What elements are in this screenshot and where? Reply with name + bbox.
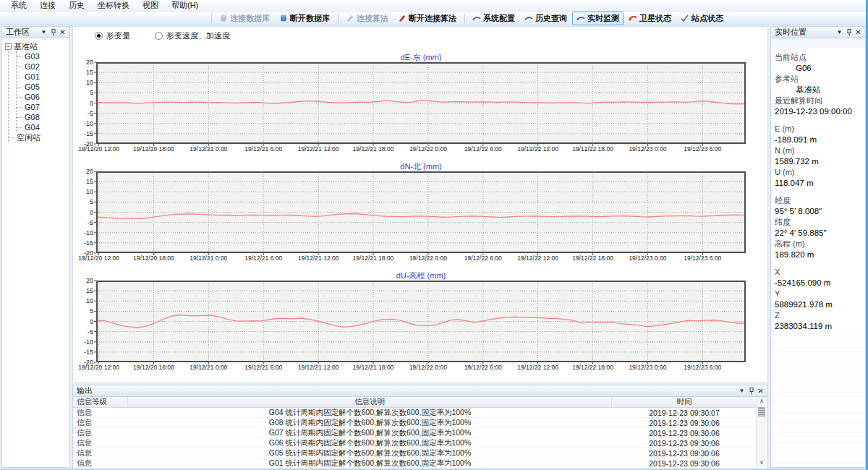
close-icon[interactable]: ✕ (756, 387, 765, 396)
position-field-value: G06 (771, 63, 865, 74)
menu-item-0[interactable]: 系统 (4, 0, 33, 12)
tree-idle-item[interactable]: 空闲站 (9, 132, 69, 142)
y-axis-tick-label: -15 (74, 130, 93, 137)
output-row-5[interactable]: 信息G01 统计周期内固定解个数600,解算次数600,固定率为100%2019… (73, 458, 767, 469)
pin-icon[interactable] (844, 28, 854, 37)
tree-station-label: G03 (25, 52, 40, 61)
toolbar-button-断开数据库[interactable]: 断开数据库 (275, 12, 334, 25)
menu-item-4[interactable]: 视图 (136, 0, 165, 12)
toolbar-button-label: 系统配置 (483, 13, 515, 24)
x-axis-tick-label: 19/12/21 12:00 (298, 255, 339, 262)
y-axis-tick-label: -5 (74, 328, 93, 336)
x-axis-tick-label: 19/12/21 12:00 (298, 145, 339, 153)
toolbar-button-站点状态[interactable]: 站点状态 (676, 12, 728, 25)
tree-station-G01[interactable]: G01 (17, 72, 69, 82)
menu-item-5[interactable]: 帮助(H) (165, 0, 205, 12)
position-panel-filler (771, 332, 865, 467)
radio-label: 形变量 (106, 30, 130, 41)
output-table-header: 信息等级信息说明时间 (73, 397, 767, 408)
toolbar-button-卫星状态[interactable]: 卫星状态 (624, 12, 676, 25)
close-icon[interactable]: ✕ (58, 28, 67, 37)
toolbar-separator (464, 14, 465, 23)
chart-plot: 20151050-5-10-15-20 (96, 281, 746, 362)
tree-station-G08[interactable]: G08 (17, 112, 69, 122)
x-axis-labels: 19/12/20 12:0019/12/20 18:0019/12/21 0:0… (96, 144, 746, 153)
scroll-up-icon[interactable]: ∧ (757, 398, 767, 405)
tree-station-G06[interactable]: G06 (17, 92, 69, 102)
pin-icon[interactable] (48, 28, 58, 37)
tree-collapse-icon[interactable]: − (5, 43, 12, 50)
position-field-value: 189.820 m (771, 249, 865, 260)
output-row-2[interactable]: 信息G07 统计周期内固定解个数600,解算次数600,固定率为100%2019… (73, 428, 767, 438)
radio-option-1[interactable]: 形变速度、加速度 (155, 30, 230, 41)
toolbar-button-label: 断开数据库 (290, 13, 330, 24)
output-row-3[interactable]: 信息G06 统计周期内固定解个数600,解算次数600,固定率为100%2019… (73, 438, 767, 448)
tree-connector (17, 127, 22, 128)
toolbar-button-系统配置[interactable]: 系统配置 (468, 12, 519, 25)
menu-bar: 系统连接历史坐标转换视图帮助(H) (0, 0, 868, 12)
y-axis-tick-label: -5 (74, 110, 93, 117)
menu-item-1[interactable]: 连接 (33, 0, 62, 12)
x-axis-tick-label: 19/12/22 6:00 (464, 255, 502, 262)
close-icon[interactable]: ✕ (854, 28, 863, 37)
connect-algorithm-icon (346, 14, 354, 22)
tree-station-label: G07 (25, 103, 40, 111)
chart-line-svg (96, 281, 746, 362)
position-panel-header: 实时位置 ▼ ✕ (771, 27, 865, 38)
position-field-label: E (m) (771, 124, 865, 134)
x-axis-tick-label: 19/12/21 18:00 (353, 145, 394, 153)
toolbar-button-连接算法: 连接算法 (341, 12, 393, 25)
workspace-panel-title: 工作区 (6, 27, 30, 38)
output-scrollbar[interactable]: ∧ ∨ (756, 397, 767, 467)
output-row-4[interactable]: 信息G05 统计周期内固定解个数600,解算次数600,固定率为100%2019… (73, 448, 767, 458)
output-row-0[interactable]: 信息G04 统计周期内固定解个数600,解算次数600,固定率为100%2019… (73, 408, 767, 418)
tree-connector (17, 67, 22, 67)
tree-station-G02[interactable]: G02 (17, 61, 69, 72)
tree-connector (17, 77, 22, 77)
panel-menu-icon[interactable]: ▼ (39, 28, 48, 37)
y-axis-tick-label: 10 (74, 188, 93, 195)
tree-station-G05[interactable]: G05 (17, 82, 69, 92)
menu-item-3[interactable]: 坐标转换 (91, 0, 136, 12)
y-axis-tick-label: 0 (74, 209, 93, 216)
output-column-header-0[interactable]: 信息等级 (73, 397, 128, 407)
output-row-level: 信息 (73, 438, 128, 448)
x-axis-tick-label: 19/12/21 6:00 (244, 364, 282, 371)
tree-station-label: G02 (25, 62, 40, 71)
panel-menu-icon[interactable]: ▼ (737, 387, 746, 396)
position-field-value: 95° 5′ 8.008″ (771, 206, 865, 217)
scroll-down-icon[interactable]: ∨ (757, 459, 767, 466)
panel-menu-icon[interactable]: ▼ (835, 28, 844, 37)
disconnect-database-icon (279, 14, 288, 22)
radio-option-0[interactable]: 形变量 (95, 30, 130, 41)
x-axis-tick-label: 19/12/22 18:00 (572, 145, 613, 153)
tree-branch: G03G02G01G05G06G07G08G04 (16, 51, 69, 132)
toolbar-separator (211, 14, 212, 23)
output-row-message: G06 统计周期内固定解个数600,解算次数600,固定率为100% (128, 438, 612, 448)
tree-branch: G03G02G01G05G06G07G08G04空闲站 (8, 51, 69, 142)
toolbar-button-断开连接算法[interactable]: 断开连接算法 (393, 12, 461, 25)
toolbar-button-label: 连接数据库 (230, 13, 270, 24)
tree-root-item[interactable]: −基准站 (5, 41, 69, 51)
scroll-thumb[interactable] (758, 407, 765, 416)
y-axis-tick-label: 20 (74, 168, 93, 175)
output-panel-title: 输出 (77, 385, 93, 396)
toolbar-button-label: 实时监测 (587, 13, 619, 24)
output-column-header-1[interactable]: 信息说明 (128, 397, 612, 407)
menu-item-2[interactable]: 历史 (62, 0, 91, 12)
x-axis-tick-label: 19/12/22 12:00 (517, 145, 558, 153)
output-row-message: G07 统计周期内固定解个数600,解算次数600,固定率为100% (128, 428, 612, 438)
tree-station-G03[interactable]: G03 (17, 51, 69, 61)
output-column-header-2[interactable]: 时间 (612, 397, 757, 407)
tree-station-G07[interactable]: G07 (17, 102, 69, 112)
toolbar-button-历史查询[interactable]: 历史查询 (520, 12, 571, 25)
charts-area: dE-东 (mm)20151050-5-10-15-2019/12/20 12:… (73, 44, 767, 372)
y-axis-tick-label: -15 (74, 239, 93, 247)
output-row-1[interactable]: 信息G08 统计周期内固定解个数600,解算次数600,固定率为100%2019… (73, 418, 767, 428)
pin-icon[interactable] (746, 387, 756, 396)
tree-station-G04[interactable]: G04 (17, 122, 69, 132)
output-row-message: G04 统计周期内固定解个数600,解算次数600,固定率为100% (128, 408, 612, 418)
toolbar-button-实时监测[interactable]: 实时监测 (572, 12, 624, 25)
y-axis-tick-label: 5 (74, 198, 93, 205)
y-axis-tick-label: -10 (74, 120, 93, 127)
